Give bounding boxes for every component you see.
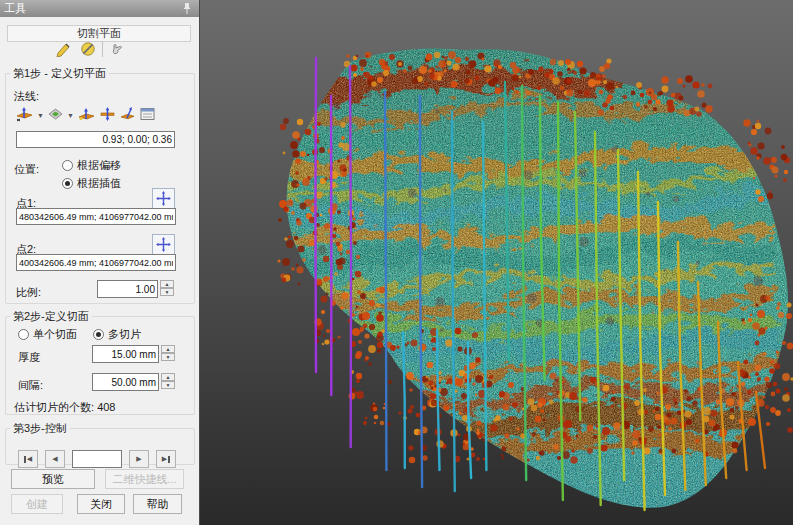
numeric-input-icon[interactable] [139,106,156,124]
pointcloud-rockface[interactable] [200,0,793,525]
next-slice-button[interactable]: ▶ [129,450,149,468]
invert-normal-icon[interactable] [99,106,116,124]
normal-label: 法线: [14,89,39,104]
spin-down-button[interactable]: ▼ [160,288,174,296]
scale-spinbox: ▲▼ [97,280,174,298]
last-slice-button[interactable]: ▶ [156,450,176,468]
radio-circle[interactable] [62,178,73,189]
spacing-spinbox: ▲▼ [92,373,175,391]
radio-by-offset[interactable]: 根据偏移 [62,158,121,173]
radio-circle[interactable] [62,160,73,171]
step2-label: 第2步-定义切面 [10,309,92,324]
pin-icon[interactable] [181,2,193,15]
close-button[interactable]: 关闭 [77,494,125,514]
spin-down-button[interactable]: ▼ [161,353,175,361]
slice-position-field[interactable] [72,450,122,468]
spin-up-button[interactable]: ▲ [161,345,175,353]
axis-normal-icon[interactable] [15,106,34,124]
radio-single-section[interactable]: 单个切面 [18,327,77,342]
slice-count-value: 408 [97,401,115,413]
position-label: 位置: [14,162,39,177]
step1-label: 第1步 - 定义切平面 [10,66,109,81]
spin-down-button[interactable]: ▼ [161,381,175,389]
preview-button[interactable]: 预览 [11,469,95,489]
disable-plane-icon[interactable] [78,39,98,59]
align-normal-icon[interactable] [119,106,136,124]
help-button[interactable]: 帮助 [133,494,182,514]
point2-pick-button[interactable] [152,234,175,255]
polyline-2d-button[interactable]: 二维快捷线... [105,469,184,489]
thickness-spinbox: ▲▼ [92,345,175,363]
point2-value-field[interactable] [16,254,176,271]
panel-titlebar[interactable]: 工具 [0,0,199,17]
dropdown-arrow-icon[interactable]: ▼ [67,112,74,119]
point1-pick-button[interactable] [152,188,175,209]
radio-single-section-label: 单个切面 [33,328,77,340]
pick-hand-icon[interactable] [107,39,127,59]
toolbar-separator [102,41,103,57]
plane-from-points-icon[interactable] [77,106,96,124]
previous-slice-button[interactable]: ◀ [45,450,65,468]
create-button[interactable]: 创建 [11,494,63,514]
scale-value-field[interactable] [97,280,158,298]
spacing-value-field[interactable] [92,373,159,391]
normal-tools-row: ▼ ▼ [15,106,156,124]
radio-multi-slice-label: 多切片 [108,328,141,340]
radio-multi-slice[interactable]: 多切片 [93,327,141,342]
slice-count-label: 估计切片的个数: [14,401,94,413]
first-slice-button[interactable]: ◀ [18,450,38,468]
point1-value-field[interactable] [16,208,176,225]
slice-count-estimate: 估计切片的个数: 408 [14,400,115,415]
scale-label: 比例: [16,285,41,300]
thickness-label: 厚度 [18,350,40,365]
panel-title: 工具 [4,2,26,14]
radio-by-value[interactable]: 根据插值 [62,176,121,191]
view-normal-icon[interactable] [47,106,64,124]
viewport-3d[interactable] [200,0,793,525]
cutplane-toolbar [54,39,127,59]
radio-by-offset-label: 根据偏移 [77,159,121,171]
radio-circle[interactable] [18,329,29,340]
slice-navigation: ◀ ◀ ▶ ▶ [18,450,176,468]
thickness-value-field[interactable] [92,345,159,363]
application-window: 工具 切割平面 第1步 - 定义切平面 法线: ▼ [0,0,793,525]
spin-up-button[interactable]: ▲ [160,280,174,288]
tools-dock-panel: 工具 切割平面 第1步 - 定义切平面 法线: ▼ [0,0,200,525]
radio-by-value-label: 根据插值 [77,177,121,189]
step3-group: 第3步-控制 ◀ ◀ ▶ ▶ [5,421,195,465]
step3-label: 第3步-控制 [10,421,70,436]
edit-plane-icon[interactable] [54,39,74,59]
spin-up-button[interactable]: ▲ [161,373,175,381]
normal-value-field[interactable] [16,131,175,148]
dropdown-arrow-icon[interactable]: ▼ [37,112,44,119]
spacing-label: 间隔: [18,378,43,393]
radio-circle[interactable] [93,329,104,340]
